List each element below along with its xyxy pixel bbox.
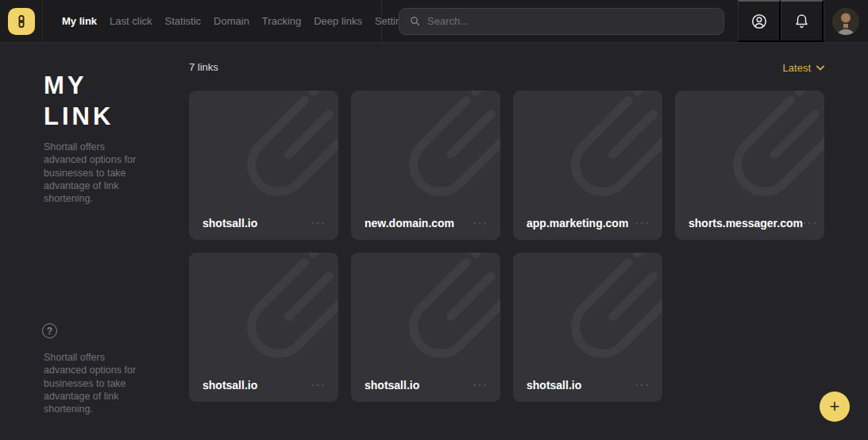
link-card[interactable]: app.marketing.com ···: [513, 91, 662, 240]
search-cell: [381, 0, 738, 42]
card-footer: app.marketing.com ···: [527, 217, 650, 230]
card-domain: app.marketing.com: [527, 217, 628, 230]
card-domain: shotsall.io: [527, 379, 581, 392]
more-options-icon[interactable]: ···: [311, 381, 326, 389]
more-options-icon[interactable]: ···: [635, 381, 650, 389]
top-bar: My link Last click Statistic Domain Trac…: [0, 0, 868, 43]
card-footer: shotsall.io ···: [527, 379, 650, 392]
plus-icon: +: [830, 392, 840, 421]
card-footer: shotsall.io ···: [203, 217, 326, 230]
more-options-icon[interactable]: ···: [803, 219, 818, 227]
logo-cell: [0, 0, 43, 42]
card-footer: new.domain.com ···: [365, 217, 488, 230]
nav-my-link[interactable]: My link: [62, 15, 97, 27]
link-card[interactable]: shorts.messager.com ···: [675, 91, 824, 240]
search-icon: [409, 15, 421, 27]
page-title-line2: LINK: [44, 102, 114, 130]
link-card[interactable]: shotsall.io ···: [351, 253, 500, 402]
link-card[interactable]: shotsall.io ···: [513, 253, 662, 402]
search-bar[interactable]: [399, 8, 724, 35]
link-card[interactable]: shotsall.io ···: [189, 91, 338, 240]
account-button[interactable]: [738, 0, 781, 42]
notifications-button[interactable]: [781, 0, 824, 42]
card-footer: shotsall.io ···: [203, 379, 326, 392]
sort-dropdown[interactable]: Latest: [783, 62, 824, 74]
page-description: Shortall offers advanced options for bus…: [44, 141, 147, 205]
link-card[interactable]: new.domain.com ···: [351, 91, 500, 240]
page-title: MY LINK: [44, 70, 114, 132]
link-icon: [14, 14, 29, 29]
search-input[interactable]: [427, 15, 714, 27]
more-options-icon[interactable]: ···: [635, 219, 650, 227]
card-footer: shotsall.io ···: [365, 379, 488, 392]
more-options-icon[interactable]: ···: [473, 219, 488, 227]
more-options-icon[interactable]: ···: [311, 219, 326, 227]
page-title-line1: MY: [44, 71, 87, 99]
more-options-icon[interactable]: ···: [473, 381, 488, 389]
card-domain: new.domain.com: [365, 217, 454, 230]
avatar-cell: [824, 0, 867, 42]
card-domain: shorts.messager.com: [689, 217, 803, 230]
avatar[interactable]: [832, 8, 859, 35]
help-glyph: ?: [47, 326, 52, 337]
add-link-button[interactable]: +: [820, 392, 850, 422]
avatar-photo-icon: [832, 8, 859, 35]
card-footer: shorts.messager.com ···: [689, 217, 812, 230]
help-icon[interactable]: ?: [42, 323, 57, 338]
nav-statistic[interactable]: Statistic: [165, 15, 202, 27]
chevron-down-icon: [816, 65, 824, 71]
app-logo[interactable]: [8, 8, 35, 35]
links-count: 7 links: [189, 61, 218, 73]
bell-icon: [793, 13, 810, 29]
nav-last-click[interactable]: Last click: [110, 15, 152, 27]
card-domain: shotsall.io: [365, 379, 419, 392]
help-description: Shortall offers advanced options for bus…: [44, 351, 147, 415]
sort-label: Latest: [783, 62, 811, 74]
card-domain: shotsall.io: [203, 217, 257, 230]
user-icon: [750, 13, 768, 30]
main-nav: My link Last click Statistic Domain Trac…: [43, 0, 381, 42]
nav-deep-links[interactable]: Deep links: [314, 15, 362, 27]
card-domain: shotsall.io: [203, 379, 257, 392]
nav-domain[interactable]: Domain: [214, 15, 249, 27]
link-card[interactable]: shotsall.io ···: [189, 253, 338, 402]
links-grid: shotsall.io ··· new.domain.com ··· app.m: [189, 91, 825, 402]
nav-tracking[interactable]: Tracking: [262, 15, 301, 27]
